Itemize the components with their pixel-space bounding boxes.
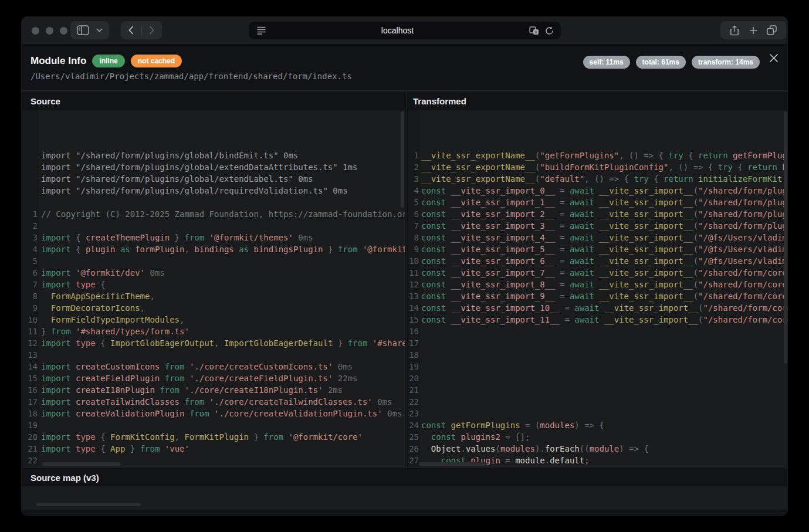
code-line: 9const __vite_ssr_import_5__ = await __v…: [408, 243, 788, 255]
code-line: 17import createTailwindClasses from './c…: [21, 396, 405, 408]
back-icon[interactable]: [128, 26, 134, 35]
code-line: 8const __vite_ssr_import_4__ = await __v…: [408, 232, 788, 243]
code-line: 14const __vite_ssr_import_10__ = await _…: [408, 302, 788, 314]
transformed-panel-title: Transformed: [408, 92, 788, 106]
self-time-badge: self: 11ms: [583, 56, 630, 69]
code-line: import "/shared/form/plugins/global/requ…: [21, 185, 405, 196]
forward-icon[interactable]: [149, 26, 154, 35]
traffic-light-close[interactable]: [32, 27, 39, 35]
code-line: [21, 196, 405, 208]
code-line: 18import createValidationPlugin from './…: [21, 408, 405, 419]
panels-container: Source import "/shared/form/plugins/glob…: [21, 91, 788, 467]
code-line: 12import type { ImportGlobEagerOutput, I…: [21, 337, 405, 349]
reader-icon[interactable]: [257, 26, 266, 35]
code-line: 24const getFormPlugins = (modules) => {: [408, 419, 788, 431]
svg-text:x: x: [534, 30, 537, 35]
share-icon[interactable]: [730, 25, 739, 36]
url-text[interactable]: localhost: [266, 26, 529, 35]
code-line: 26 Object.values(modules).forEach((modul…: [408, 443, 788, 455]
code-line: import "/shared/form/plugins/global/bind…: [21, 150, 405, 161]
source-panel: Source import "/shared/form/plugins/glob…: [21, 92, 405, 468]
nav-divider: [141, 26, 142, 35]
code-line: 3import { createThemePlugin } from '@for…: [21, 232, 405, 243]
code-line: 21: [408, 384, 788, 396]
code-line: 20: [408, 372, 788, 384]
code-line: 6const __vite_ssr_import_2__ = await __v…: [408, 208, 788, 220]
code-line: 9 FormDecoratorIcons,: [21, 302, 405, 314]
code-line: 25 const plugins2 = [];: [408, 431, 788, 443]
sourcemap-title: Source map (v3): [21, 468, 788, 483]
code-line: 21import type { App } from 'vue': [21, 443, 405, 455]
tabs-icon[interactable]: [767, 25, 777, 35]
code-line: 1__vite_ssr_exportName__("getFormPlugins…: [408, 150, 788, 161]
code-line: 23export const getFormPlugins = (modules…: [21, 466, 405, 467]
translate-icon[interactable]: x: [529, 26, 539, 35]
code-line: 16import createI18nPlugin from './core/c…: [21, 384, 405, 396]
code-line: 28 plugins2.push(plugin);: [408, 466, 788, 467]
code-line: 18: [408, 349, 788, 361]
transformed-vertical-scrollbar[interactable]: [784, 111, 787, 364]
code-line: 7import type {: [21, 279, 405, 290]
module-path: /Users/vladimir/Projects/zammad/app/fron…: [31, 72, 352, 81]
total-time-badge: total: 61ms: [636, 56, 686, 69]
source-panel-title: Source: [21, 92, 405, 106]
page-title: Module Info: [31, 55, 86, 67]
code-line: 5: [21, 255, 405, 267]
code-line: 19: [21, 419, 405, 431]
code-line: 16: [408, 326, 788, 337]
new-tab-icon[interactable]: [749, 26, 757, 35]
not-cached-badge: not cached: [131, 55, 182, 67]
code-line: 19: [408, 361, 788, 372]
panel-divider: [406, 92, 407, 468]
chevron-down-icon[interactable]: [96, 28, 103, 32]
code-line: 4import { plugin as formPlugin, bindings…: [21, 243, 405, 255]
sourcemap-code[interactable]: 1 ;;;AAEA;AAAkC;AAAA;AAAA;AAAA;AAClC;AAE…: [21, 486, 788, 510]
traffic-light-minimize[interactable]: [46, 27, 53, 35]
sidebar-icon[interactable]: [77, 25, 89, 35]
transformed-horizontal-scrollbar[interactable]: [419, 462, 487, 466]
code-line: 5const __vite_ssr_import_1__ = await __v…: [408, 196, 788, 208]
source-horizontal-scrollbar[interactable]: [42, 462, 121, 466]
code-line: 13: [21, 349, 405, 361]
code-line: 11const __vite_ssr_import_7__ = await __…: [408, 267, 788, 279]
code-line: 3__vite_ssr_exportName__("default", () =…: [408, 173, 788, 185]
code-line: import "/shared/form/plugins/global/exte…: [21, 161, 405, 173]
transform-time-badge: transform: 14ms: [692, 56, 760, 69]
code-line: 2: [21, 220, 405, 232]
code-line: 15const __vite_ssr_import_11__ = await _…: [408, 314, 788, 326]
source-code[interactable]: import "/shared/form/plugins/global/bind…: [21, 110, 405, 467]
code-line: 2__vite_ssr_exportName__("buildFormKitPl…: [408, 161, 788, 173]
code-line: 11} from '#shared/types/form.ts': [21, 326, 405, 337]
window-actions-group: [720, 21, 786, 39]
code-line: 6import '@formkit/dev' 0ms: [21, 267, 405, 279]
module-info-header: Module Info inline not cached self: 11ms…: [21, 45, 788, 91]
code-line: 13const __vite_ssr_import_9__ = await __…: [408, 290, 788, 302]
code-line: 20import type { FormKitConfig, FormKitPl…: [21, 431, 405, 443]
code-line: 15import createFieldPlugin from './core/…: [21, 372, 405, 384]
source-vertical-scrollbar[interactable]: [401, 111, 404, 208]
code-line: 17: [408, 337, 788, 349]
sourcemap-horizontal-scrollbar[interactable]: [36, 503, 141, 506]
transformed-code[interactable]: 1__vite_ssr_exportName__("getFormPlugins…: [408, 110, 788, 467]
sourcemap-section: Source map (v3) 1 ;;;AAEA;AAAkC;AAAA;AAA…: [21, 467, 788, 516]
code-line: 23: [408, 408, 788, 419]
timing-metrics: self: 11ms total: 61ms transform: 14ms: [583, 56, 760, 69]
code-line: 8 FormAppSpecificTheme,: [21, 290, 405, 302]
code-line: 7const __vite_ssr_import_3__ = await __v…: [408, 220, 788, 232]
transformed-panel: Transformed 1__vite_ssr_exportName__("ge…: [408, 92, 788, 468]
url-bar[interactable]: localhost x: [249, 22, 561, 39]
browser-toolbar: localhost x: [21, 16, 788, 45]
reload-icon[interactable]: [545, 26, 554, 35]
browser-window: localhost x: [21, 16, 788, 516]
code-line: 10 FormFieldTypeImportModules,: [21, 314, 405, 326]
code-line: 4const __vite_ssr_import_0__ = await __v…: [408, 185, 788, 196]
close-icon[interactable]: [768, 52, 780, 64]
code-line: 10const __vite_ssr_import_6__ = await __…: [408, 255, 788, 267]
sidebar-button-group: [70, 21, 109, 39]
code-line: import "/shared/form/plugins/global/exte…: [21, 173, 405, 185]
code-line: 12const __vite_ssr_import_8__ = await __…: [408, 279, 788, 290]
inline-badge: inline: [92, 55, 124, 67]
traffic-light-zoom[interactable]: [60, 27, 67, 35]
code-line: 1// Copyright (C) 2012-2025 Zammad Found…: [21, 208, 405, 220]
code-line: 22: [408, 396, 788, 408]
